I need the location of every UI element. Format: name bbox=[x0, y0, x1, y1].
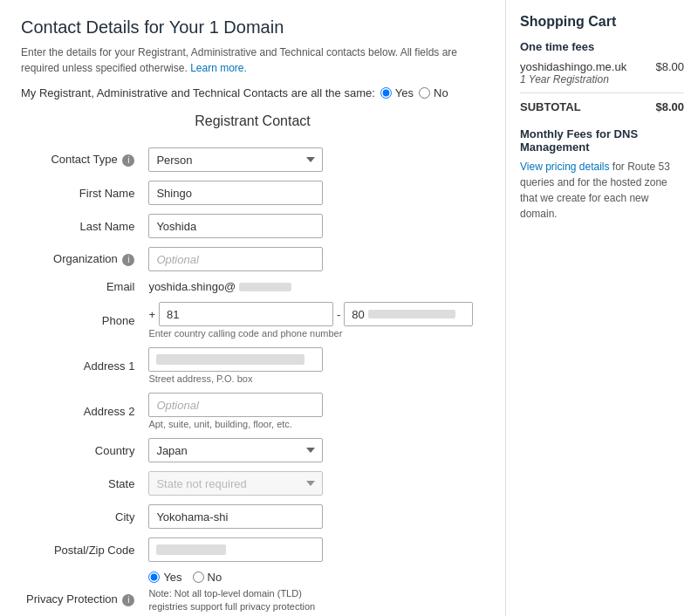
page-subtitle: Enter the details for your Registrant, A… bbox=[21, 44, 484, 76]
address2-hint: Apt, suite, unit, building, floor, etc. bbox=[148, 419, 479, 429]
last-name-input[interactable] bbox=[148, 214, 323, 238]
phone-number-blurred bbox=[368, 310, 455, 318]
email-blurred bbox=[239, 283, 291, 291]
state-select[interactable]: State not required bbox=[148, 471, 323, 496]
same-contacts-row: My Registrant, Administrative and Techni… bbox=[21, 86, 484, 99]
cart-title: Shopping Cart bbox=[520, 14, 684, 30]
postal-blurred bbox=[156, 544, 226, 555]
cart-subtotal: SUBTOTAL $8.00 bbox=[520, 100, 684, 113]
email-row: Email yoshida.shingo@ bbox=[21, 276, 484, 298]
last-name-label: Last Name bbox=[21, 209, 143, 243]
same-yes-radio[interactable] bbox=[380, 87, 392, 99]
phone-hint: Enter country calling code and phone num… bbox=[148, 328, 479, 339]
city-row: City bbox=[21, 500, 484, 533]
address1-row: Address 1 Street address, P.O. box bbox=[21, 343, 484, 388]
privacy-no-radio[interactable] bbox=[193, 572, 204, 583]
privacy-no-label[interactable]: No bbox=[193, 571, 222, 584]
state-label: State bbox=[21, 467, 143, 500]
cart-divider bbox=[520, 92, 684, 93]
section-title: Registrant Contact bbox=[21, 113, 484, 129]
address1-label: Address 1 bbox=[21, 343, 143, 388]
contact-type-select[interactable]: Person bbox=[148, 147, 323, 172]
cart-domain-name: yoshidashingo.me.uk bbox=[520, 60, 626, 73]
first-name-row: First Name bbox=[21, 176, 484, 209]
state-row: State State not required bbox=[21, 467, 484, 500]
cart-domain-price: $8.00 bbox=[655, 60, 684, 73]
organization-label: Organization i bbox=[21, 243, 143, 276]
cart-registration-label: 1 Year Registration bbox=[520, 73, 626, 86]
organization-input[interactable] bbox=[148, 247, 323, 271]
city-label: City bbox=[21, 500, 143, 533]
monthly-fees-title: Monthly Fees for DNS Management bbox=[520, 127, 684, 154]
phone-dash: - bbox=[337, 308, 340, 321]
cart-item-domain: yoshidashingo.me.uk 1 Year Registration … bbox=[520, 60, 684, 86]
address1-hint: Street address, P.O. box bbox=[148, 373, 479, 384]
same-no-label[interactable]: No bbox=[419, 86, 448, 99]
country-label: Country bbox=[21, 434, 143, 467]
email-label: Email bbox=[21, 276, 143, 298]
phone-row: Phone + - 80 Enter country calling code … bbox=[21, 298, 484, 343]
address2-input[interactable] bbox=[148, 393, 323, 417]
page-title: Contact Details for Your 1 Domain bbox=[21, 17, 484, 38]
contact-type-row: Contact Type i Person bbox=[21, 143, 484, 176]
contact-type-label: Contact Type i bbox=[21, 143, 143, 176]
phone-country-code-input[interactable] bbox=[159, 302, 333, 326]
monthly-fees-text: View pricing details for Route 53 querie… bbox=[520, 159, 684, 222]
postal-label: Postal/Zip Code bbox=[21, 533, 143, 566]
privacy-options: Yes No bbox=[148, 571, 479, 584]
address2-row: Address 2 Apt, suite, unit, building, fl… bbox=[21, 388, 484, 434]
last-name-row: Last Name bbox=[21, 209, 484, 243]
country-row: Country Japan United States bbox=[21, 434, 484, 467]
privacy-yes-label[interactable]: Yes bbox=[148, 571, 181, 584]
shopping-cart: Shopping Cart One time fees yoshidashing… bbox=[506, 0, 698, 616]
privacy-note: Note: Not all top-level domain (TLD) reg… bbox=[148, 587, 323, 616]
address1-blurred bbox=[156, 354, 305, 365]
same-no-radio[interactable] bbox=[419, 87, 430, 99]
contact-form: Contact Type i Person First Name bbox=[21, 143, 484, 616]
contact-type-info-icon[interactable]: i bbox=[122, 154, 134, 167]
phone-label: Phone bbox=[21, 298, 143, 343]
first-name-input[interactable] bbox=[148, 181, 323, 205]
one-time-fees-label: One time fees bbox=[520, 40, 684, 53]
organization-info-icon[interactable]: i bbox=[122, 254, 134, 266]
organization-row: Organization i bbox=[21, 243, 484, 276]
phone-plus: + bbox=[148, 308, 155, 321]
city-input[interactable] bbox=[148, 504, 323, 529]
postal-row: Postal/Zip Code bbox=[21, 533, 484, 566]
country-select[interactable]: Japan United States bbox=[148, 438, 323, 462]
address2-label: Address 2 bbox=[21, 388, 143, 434]
view-pricing-link[interactable]: View pricing details bbox=[520, 161, 610, 173]
privacy-info-icon[interactable]: i bbox=[122, 594, 134, 606]
subtotal-label: SUBTOTAL bbox=[520, 100, 581, 113]
privacy-label: Privacy Protection i bbox=[21, 566, 143, 616]
subtotal-value: $8.00 bbox=[655, 100, 684, 113]
first-name-label: First Name bbox=[21, 176, 143, 209]
learn-more-link[interactable]: Learn more. bbox=[190, 62, 247, 74]
privacy-row: Privacy Protection i Yes No bbox=[21, 566, 484, 616]
privacy-yes-radio[interactable] bbox=[148, 572, 160, 583]
same-yes-label[interactable]: Yes bbox=[380, 86, 414, 99]
